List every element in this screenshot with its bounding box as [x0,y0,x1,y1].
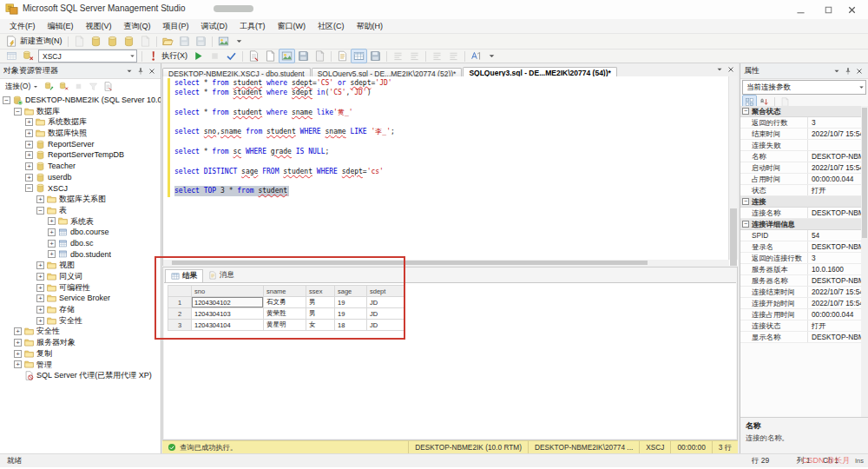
tree-item[interactable]: +Teacher [0,161,161,172]
expand-icon[interactable]: + [48,250,56,258]
property-group-header[interactable]: −聚合状态 [740,106,861,117]
change-connection-icon[interactable] [20,49,36,63]
save-icon[interactable] [176,34,193,49]
expand-icon[interactable]: + [14,327,22,335]
connect-menu-button[interactable]: 连接(O) [3,82,42,92]
expand-icon[interactable]: + [48,240,56,248]
property-row[interactable]: SPID54 [740,230,861,241]
cancel-query-icon[interactable] [207,49,223,63]
intellisense-icon[interactable] [262,49,279,63]
menu-item-3[interactable]: 视图(V) [80,19,118,33]
expand-icon[interactable]: + [36,317,44,325]
code-line[interactable]: select TOP 3 * from student [174,186,289,195]
menu-item-10[interactable]: 帮助(H) [351,19,390,33]
column-header-sname[interactable]: sname [264,286,306,297]
tree-item[interactable]: +Service Broker [0,293,161,304]
sqlcmd-mode-icon[interactable] [312,49,328,63]
grid-cell[interactable]: 黄荣胜 [264,308,306,320]
parse-icon[interactable] [223,49,240,63]
tree-item[interactable]: +dbo.course [0,227,161,238]
expand-icon[interactable]: + [14,350,22,358]
connect-query-icon[interactable] [3,49,20,63]
maximize-button[interactable] [821,3,835,16]
indent-icon[interactable] [445,49,462,63]
code-area[interactable]: select * from student where sdept='CS' o… [174,78,727,258]
property-row[interactable]: 服务器版本10.0.1600 [740,264,861,275]
tree-item[interactable]: +同义词 [0,271,161,282]
disconnect-icon[interactable] [56,79,71,94]
code-line[interactable]: select * from student where sname like'黄… [174,108,727,117]
tree-item[interactable]: +可编程性 [0,282,161,294]
grid-cell[interactable]: 1204304104 [192,320,264,331]
collapse-icon[interactable]: − [25,184,33,192]
activity-monitor-icon[interactable] [215,34,232,49]
code-line[interactable]: select sno,sname from student WHERE snam… [174,127,727,136]
property-group-header[interactable]: −连接详细信息 [740,219,861,230]
column-header-sdept[interactable]: sdept [367,286,404,297]
query-options-icon[interactable] [246,49,262,63]
tree-item[interactable]: +存储 [0,304,161,315]
grid-cell[interactable]: JD [367,297,404,308]
specify-values-icon[interactable] [468,49,484,63]
new-query-button[interactable]: 新建查询(N) [3,34,65,49]
client-statistics-icon[interactable] [295,49,312,63]
collapse-icon[interactable]: − [742,198,749,205]
grid-cell[interactable]: JD [367,308,404,320]
toolbar-overflow-icon[interactable] [484,49,499,63]
open-file-icon[interactable] [160,34,176,49]
tree-item[interactable]: SQL Server 代理(已禁用代理 XP) [0,370,161,381]
tree-item[interactable]: −DESKTOP-NBME2IK (SQL Server 10.0.160 [0,95,161,106]
connect-icon[interactable] [42,79,56,94]
column-header-ssex[interactable]: ssex [306,286,335,297]
tree-item[interactable]: +系统数据库 [0,116,161,128]
expand-icon[interactable]: + [25,162,33,170]
expand-icon[interactable]: + [48,217,56,225]
expand-icon[interactable]: + [14,339,22,347]
grid-cell[interactable]: 1204304103 [192,308,264,320]
property-row[interactable]: 连接状态打开 [740,320,861,332]
editor-horizontal-scrollbar[interactable] [163,260,729,266]
expand-icon[interactable]: + [36,306,44,314]
collapse-icon[interactable]: − [36,207,44,215]
property-row[interactable]: 名称DESKTOP-NBME2IK [740,151,861,162]
code-line[interactable]: select * from student where sdept in('CS… [174,88,727,97]
menu-item-2[interactable]: 编辑(E) [42,19,80,33]
tree-item[interactable]: +userdb [0,172,161,183]
code-line[interactable] [174,117,727,127]
menu-item-1[interactable]: 文件(F) [3,19,42,33]
expand-icon[interactable]: + [36,284,44,292]
property-row[interactable]: 连接占用时间00:00:00.044 [740,309,861,320]
editor-vertical-scrollbar[interactable] [728,76,738,260]
grid-cell[interactable]: 男 [306,297,335,308]
property-row[interactable]: 连接失败 [740,140,861,151]
code-line[interactable] [174,98,727,108]
menu-item-9[interactable]: 社区(C) [312,19,351,33]
tree-item[interactable]: +数据库关系图 [0,194,161,205]
debug-icon[interactable] [190,49,207,63]
pin-icon[interactable] [842,65,853,76]
property-row[interactable]: 连接开始时间2022/10/7 15:54:08 [740,298,861,309]
column-header-sno[interactable]: sno [192,286,264,297]
collapse-icon[interactable]: − [14,108,22,116]
analysis-query-icon[interactable] [104,34,121,49]
panel-menu-icon[interactable] [123,65,135,76]
results-tab-2[interactable]: 消息 [203,269,240,281]
new-page-icon[interactable] [71,34,88,49]
reports-icon[interactable] [101,79,115,94]
collapse-icon[interactable]: − [742,108,749,115]
outdent-icon[interactable] [429,49,445,63]
code-line[interactable] [174,176,727,186]
minimize-button[interactable] [793,3,807,16]
toolbar-overflow-icon[interactable] [232,34,247,49]
tree-item[interactable]: +ReportServer [0,139,161,150]
expand-icon[interactable]: + [36,273,44,281]
expand-icon[interactable]: + [14,360,22,368]
database-selector[interactable]: XSCJ [38,50,137,63]
tree-item[interactable]: −表 [0,205,161,216]
property-row[interactable]: 结束时间2022/10/7 15:54:08 [740,129,861,140]
close-document-icon[interactable] [727,65,735,74]
collapse-icon[interactable]: − [742,221,749,228]
row-number[interactable]: 1 [168,297,192,308]
results-tab-1[interactable]: 结果 [165,269,203,282]
row-number[interactable]: 3 [168,320,192,331]
